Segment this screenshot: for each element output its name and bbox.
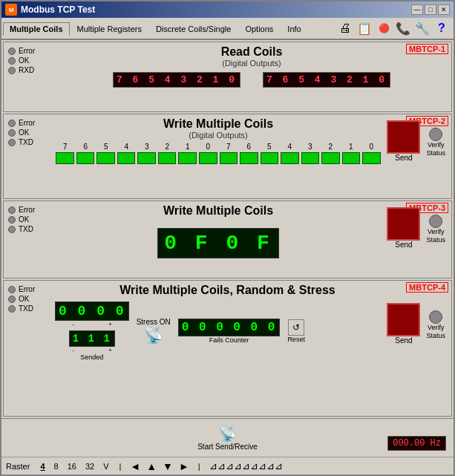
raster-v[interactable]: V [102,462,110,471]
minimize-button[interactable]: — [411,4,423,15]
panel2-subtitle: (Digital Outputs) [55,131,382,140]
panel4-send-button[interactable] [387,303,420,336]
settings-icon[interactable]: 🔧 [413,19,431,37]
coil-btn-2[interactable] [76,152,95,164]
arrow-up[interactable]: ▲ [146,460,157,472]
print-icon[interactable]: 🖨 [336,19,354,37]
panel4-verify-led [429,310,442,324]
coil-btn-8[interactable] [199,152,217,164]
panel2-send-button[interactable] [387,120,420,154]
panel1-title: Read Coils [55,45,448,59]
panel1-id: MBTCP-1 [406,44,448,54]
raster-16[interactable]: 16 [66,462,78,471]
panel-write-coils-hex: MBTCP-3 Write Multiple Coils 0 F 0 F Err… [3,200,452,278]
antenna-icon: 📡 [218,425,237,443]
coil-num-6a: 6 [76,143,96,151]
status-icons: ⊿⊿⊿⊿⊿⊿⊿⊿⊿ [209,460,283,472]
panel4-ok-led [8,296,16,303]
panel2-error: Error [8,119,35,127]
coil-num-7a: 7 [55,143,76,151]
tab-info[interactable]: Info [281,22,307,36]
coil-btn-6[interactable] [158,152,177,164]
coil-btn-10[interactable] [240,152,258,164]
panel1-ok: OK [8,56,35,65]
panel3-error-led [8,206,16,214]
arrow-right[interactable]: ► [179,460,189,472]
panel1-rxd-led [8,67,16,74]
panel1-display2: 7 6 5 4 3 2 1 0 [263,72,390,88]
tab-multiple-registers[interactable]: Multiple Registers [71,22,148,36]
panel3-txd: TXD [8,225,35,233]
coil-btn-9[interactable] [220,152,238,164]
panel2-ok: OK [8,128,35,137]
panel4-error-led [8,286,16,293]
coil-num-7b: 7 [218,143,239,151]
phone-icon[interactable]: 📞 [394,19,412,37]
panel4-ok-label: OK [19,295,29,303]
coil-btn-16[interactable] [362,152,381,164]
help-icon[interactable]: ? [433,19,451,37]
bottom-bar: 📡 Start Send/Recive 000.00 Hz [1,418,454,457]
coil-num-5a: 5 [96,143,117,151]
panel4-seg1-plus: + [108,321,112,327]
panel2-txd: TXD [8,138,35,146]
panel4-verify-label: VerifyStatus [426,324,445,340]
tab-discrete-coils[interactable]: Discrete Coils/Single [149,22,238,36]
coil-btn-1[interactable] [56,152,74,164]
coil-btn-4[interactable] [117,152,136,164]
title-bar: M Modbus TCP Test — □ ✕ [1,1,454,18]
panel3-ok-led [8,216,16,224]
panel3-display: 0 F 0 F [157,228,279,258]
start-send-receive[interactable]: 📡 Start Send/Recive [197,425,258,451]
coil-btn-3[interactable] [96,152,115,164]
coil-num-2b: 2 [321,143,341,151]
title-bar-left: M Modbus TCP Test [5,4,95,16]
coil-btn-11[interactable] [261,152,279,164]
panel4-seg2-plus: + [108,347,112,353]
panel-read-coils: MBTCP-1 Read Coils (Digital Outputs) 7 6… [3,42,452,112]
panel1-status: Error OK RXD [8,47,35,74]
raster-32[interactable]: 32 [84,462,96,471]
panel2-verify-led [429,128,442,141]
status-bar: Raster 4 8 16 32 V | ◄ ▲ ▼ ► | ⊿⊿⊿⊿⊿⊿⊿⊿⊿ [1,457,454,475]
hz-display-wrapper: 000.00 Hz [387,436,446,451]
panel4-seg1: 0 0 0 0 [55,301,129,321]
stress-antenna-icon[interactable]: 📡 [143,326,163,345]
coil-btn-13[interactable] [301,152,320,164]
panel1-rxd: RXD [8,66,35,74]
coil-btn-12[interactable] [281,152,299,164]
coil-btn-14[interactable] [321,152,340,164]
clipboard-icon[interactable]: 📋 [356,19,373,37]
panel4-seg1-minus: - [72,321,74,327]
coil-btn-5[interactable] [137,152,156,164]
panel3-error-label: Error [19,206,35,214]
reset-button[interactable]: ↺ [288,319,304,336]
signal-red-icon[interactable]: 🔴 [375,19,393,37]
raster-4[interactable]: 4 [39,462,46,471]
panel3-send-label: Send [395,241,412,249]
panel-write-coils: MBTCP-2 Write Multiple Coils (Digital Ou… [3,114,452,199]
panel3-send-button[interactable] [387,207,420,241]
close-button[interactable]: ✕ [438,4,450,15]
tab-multiple-coils[interactable]: Multiple Coils [3,22,70,36]
coil-num-4b: 4 [280,143,301,151]
maximize-button[interactable]: □ [425,4,436,15]
panel4-send-label: Send [395,336,412,345]
stress-label: Stress ON [137,318,171,326]
hz-display: 000.00 Hz [387,436,446,451]
coil-btn-7[interactable] [178,152,197,164]
panel3-verify-led [429,215,442,228]
panel4-txd-label: TXD [19,304,33,313]
arrow-down[interactable]: ▼ [163,460,173,472]
panel1-error-led [8,48,16,55]
toolbar-icons: 🖨 📋 🔴 📞 🔧 ? [333,18,454,39]
app-icon: M [5,4,17,16]
raster-8[interactable]: 8 [53,462,60,471]
panel3-txd-label: TXD [19,225,33,233]
panel3-verify-label: VerifyStatus [426,228,445,244]
coil-num-4a: 4 [117,143,137,151]
coil-btn-15[interactable] [342,152,361,164]
tab-options[interactable]: Options [238,22,280,36]
arrow-left[interactable]: ◄ [130,460,140,472]
start-label: Start Send/Recive [197,443,258,451]
